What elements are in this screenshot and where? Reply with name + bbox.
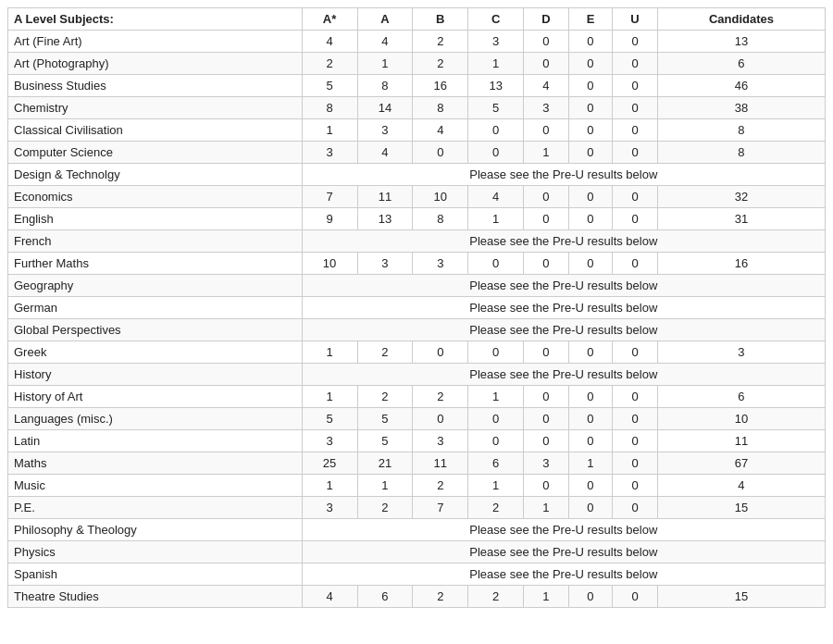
c-cell: 3 bbox=[468, 31, 524, 53]
aStar-cell: 2 bbox=[302, 53, 357, 75]
d-cell: 3 bbox=[524, 97, 569, 119]
d-cell: 0 bbox=[524, 475, 569, 497]
u-cell: 0 bbox=[613, 586, 658, 608]
d-cell: 0 bbox=[524, 341, 569, 364]
table-row: HistoryPlease see the Pre-U results belo… bbox=[8, 364, 826, 386]
col-header-d: D bbox=[524, 8, 569, 31]
d-cell: 0 bbox=[524, 53, 569, 75]
b-cell: 0 bbox=[413, 341, 468, 364]
candidates-cell: 6 bbox=[657, 53, 825, 75]
c-cell: 1 bbox=[468, 386, 524, 408]
aStar-cell: 1 bbox=[302, 386, 357, 408]
u-cell: 0 bbox=[613, 31, 658, 53]
col-header-c: C bbox=[468, 8, 524, 31]
c-cell: 1 bbox=[468, 208, 524, 230]
subject-cell: Greek bbox=[8, 341, 303, 364]
a-cell: 2 bbox=[357, 341, 413, 364]
subject-cell: French bbox=[8, 230, 303, 253]
u-cell: 0 bbox=[613, 253, 658, 275]
table-row: Global PerspectivesPlease see the Pre-U … bbox=[8, 319, 826, 341]
subject-cell: German bbox=[8, 297, 303, 319]
b-cell: 16 bbox=[413, 75, 468, 97]
d-cell: 0 bbox=[524, 408, 569, 430]
e-cell: 0 bbox=[568, 386, 612, 408]
table-row: Design & TechnolgyPlease see the Pre-U r… bbox=[8, 164, 826, 186]
b-cell: 2 bbox=[413, 586, 468, 608]
table-row: FrenchPlease see the Pre-U results below bbox=[8, 230, 826, 253]
col-header-a: A bbox=[357, 8, 413, 31]
candidates-cell: 31 bbox=[657, 208, 825, 230]
please-see-cell: Please see the Pre-U results below bbox=[302, 541, 825, 564]
subject-cell: P.E. bbox=[8, 497, 303, 519]
candidates-cell: 15 bbox=[657, 497, 825, 519]
subject-cell: Languages (misc.) bbox=[8, 408, 303, 430]
table-row: Greek12000003 bbox=[8, 341, 826, 364]
d-cell: 1 bbox=[524, 497, 569, 519]
u-cell: 0 bbox=[613, 75, 658, 97]
aStar-cell: 8 bbox=[302, 97, 357, 119]
a-cell: 5 bbox=[357, 430, 413, 452]
aStar-cell: 1 bbox=[302, 341, 357, 364]
candidates-cell: 4 bbox=[657, 475, 825, 497]
please-see-cell: Please see the Pre-U results below bbox=[302, 275, 825, 297]
c-cell: 1 bbox=[468, 475, 524, 497]
please-see-cell: Please see the Pre-U results below bbox=[302, 364, 825, 386]
a-cell: 13 bbox=[357, 208, 413, 230]
col-header-e: E bbox=[568, 8, 612, 31]
a-cell: 2 bbox=[357, 386, 413, 408]
aStar-cell: 25 bbox=[302, 452, 357, 475]
please-see-cell: Please see the Pre-U results below bbox=[302, 164, 825, 186]
u-cell: 0 bbox=[613, 53, 658, 75]
b-cell: 3 bbox=[413, 253, 468, 275]
b-cell: 8 bbox=[413, 208, 468, 230]
b-cell: 2 bbox=[413, 31, 468, 53]
b-cell: 0 bbox=[413, 408, 468, 430]
u-cell: 0 bbox=[613, 386, 658, 408]
subject-cell: Computer Science bbox=[8, 142, 303, 164]
candidates-cell: 8 bbox=[657, 119, 825, 142]
b-cell: 2 bbox=[413, 475, 468, 497]
a-cell: 4 bbox=[357, 142, 413, 164]
a-cell: 8 bbox=[357, 75, 413, 97]
subject-cell: Chemistry bbox=[8, 97, 303, 119]
e-cell: 0 bbox=[568, 75, 612, 97]
c-cell: 6 bbox=[468, 452, 524, 475]
u-cell: 0 bbox=[613, 186, 658, 208]
b-cell: 2 bbox=[413, 53, 468, 75]
aStar-cell: 5 bbox=[302, 408, 357, 430]
candidates-cell: 13 bbox=[657, 31, 825, 53]
u-cell: 0 bbox=[613, 452, 658, 475]
u-cell: 0 bbox=[613, 475, 658, 497]
e-cell: 1 bbox=[568, 452, 612, 475]
table-row: Chemistry8148530038 bbox=[8, 97, 826, 119]
c-cell: 1 bbox=[468, 53, 524, 75]
a-cell: 1 bbox=[357, 475, 413, 497]
aStar-cell: 3 bbox=[302, 497, 357, 519]
subject-cell: Spanish bbox=[8, 564, 303, 586]
table-row: English9138100031 bbox=[8, 208, 826, 230]
b-cell: 10 bbox=[413, 186, 468, 208]
table-row: Languages (misc.)550000010 bbox=[8, 408, 826, 430]
d-cell: 0 bbox=[524, 31, 569, 53]
table-row: History of Art12210006 bbox=[8, 386, 826, 408]
c-cell: 0 bbox=[468, 430, 524, 452]
main-container: A Level Subjects: A* A B C D E U Candida… bbox=[0, 0, 833, 615]
table-row: Music11210004 bbox=[8, 475, 826, 497]
subject-cell: Philosophy & Theology bbox=[8, 519, 303, 541]
col-header-b: B bbox=[413, 8, 468, 31]
table-row: Business Studies58161340046 bbox=[8, 75, 826, 97]
candidates-cell: 10 bbox=[657, 408, 825, 430]
col-header-subject: A Level Subjects: bbox=[8, 8, 303, 31]
subject-cell: History bbox=[8, 364, 303, 386]
please-see-cell: Please see the Pre-U results below bbox=[302, 230, 825, 253]
e-cell: 0 bbox=[568, 119, 612, 142]
b-cell: 11 bbox=[413, 452, 468, 475]
d-cell: 1 bbox=[524, 142, 569, 164]
candidates-cell: 46 bbox=[657, 75, 825, 97]
please-see-cell: Please see the Pre-U results below bbox=[302, 319, 825, 341]
table-row: SpanishPlease see the Pre-U results belo… bbox=[8, 564, 826, 586]
table-row: Latin353000011 bbox=[8, 430, 826, 452]
c-cell: 13 bbox=[468, 75, 524, 97]
subject-cell: Art (Photography) bbox=[8, 53, 303, 75]
subject-cell: Theatre Studies bbox=[8, 586, 303, 608]
